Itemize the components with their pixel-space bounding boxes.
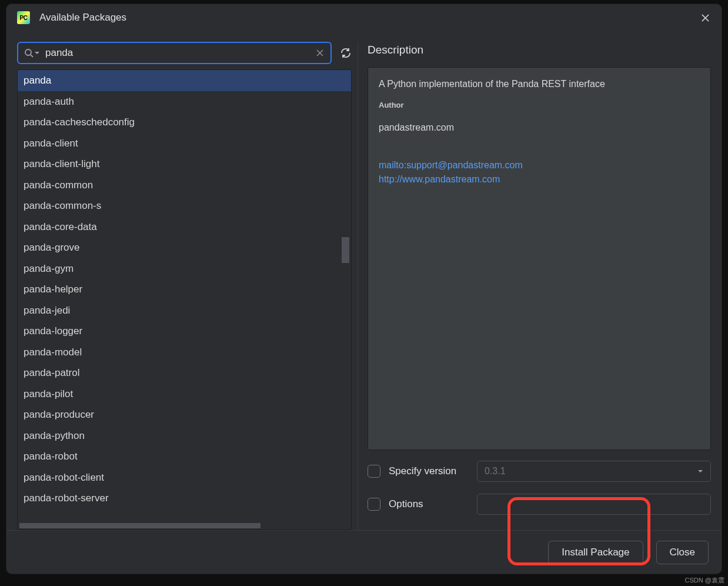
list-item[interactable]: panda-gym [18,258,351,279]
options-input[interactable] [477,494,711,515]
description-link[interactable]: http://www.pandastream.com [379,172,700,187]
search-input[interactable] [39,47,315,59]
list-item[interactable]: panda-common [18,175,351,196]
dialog-content: pandapanda-authpanda-cacheschedconfigpan… [6,31,722,530]
specify-version-label: Specify version [389,465,477,477]
list-item[interactable]: panda-robot [18,446,351,467]
list-item[interactable]: panda-patrol [18,362,351,384]
list-item[interactable]: panda-model [18,342,351,363]
package-list-container: pandapanda-authpanda-cacheschedconfigpan… [17,69,352,530]
description-link[interactable]: mailto:support@pandastream.com [379,158,700,172]
search-icon [24,48,34,58]
options-row: Options [368,494,711,515]
dialog-title: Available Packages [39,12,126,24]
description-box: A Python implementation of the Panda RES… [368,67,711,450]
list-item[interactable]: panda-cacheschedconfig [18,112,351,133]
links-container: mailto:support@pandastream.comhttp://www… [379,158,700,187]
svg-point-0 [25,49,31,55]
specify-version-checkbox[interactable] [368,465,380,478]
author-label: Author [379,99,700,111]
vertical-scrollbar[interactable] [342,237,349,263]
list-item[interactable]: panda-logger [18,321,351,342]
close-button[interactable]: Close [656,541,709,564]
version-value: 0.3.1 [485,466,506,477]
list-item[interactable]: panda-producer [18,404,351,425]
options-checkbox[interactable] [368,498,380,511]
list-item[interactable]: panda-robot-client [18,467,351,488]
list-item[interactable]: panda-auth [18,91,351,112]
list-item[interactable]: panda-client-light [18,154,351,175]
list-item[interactable]: panda-core-data [18,217,351,238]
list-item[interactable]: panda-python [18,425,351,447]
description-heading: Description [368,44,711,56]
pycharm-icon: PC [17,11,30,24]
options-label: Options [389,498,477,510]
list-item[interactable]: panda-pilot [18,384,351,405]
search-dropdown-icon[interactable] [35,51,39,55]
list-item[interactable]: panda-client [18,133,351,154]
package-list[interactable]: pandapanda-authpanda-cacheschedconfigpan… [18,70,351,530]
list-item[interactable]: panda-helper [18,279,351,300]
close-icon [701,14,710,22]
list-item[interactable]: panda-jedi [18,300,351,321]
version-select[interactable]: 0.3.1 [477,461,711,482]
chevron-down-icon [697,468,703,474]
list-item[interactable]: panda-common-s [18,195,351,217]
search-row [17,42,352,64]
controls: Specify version 0.3.1 Options [368,450,711,530]
horizontal-scrollbar[interactable] [19,523,261,528]
author-name: pandastream.com [379,121,700,135]
refresh-icon[interactable] [340,47,352,59]
description-text: A Python implementation of the Panda RES… [379,77,700,91]
right-pane: Description A Python implementation of t… [358,42,711,530]
clear-search-icon[interactable] [315,48,325,58]
list-item[interactable]: panda [18,70,351,91]
dialog-footer: Install Package Close [6,530,722,574]
close-dialog-button[interactable] [697,9,713,26]
watermark: CSDN @袁震 [685,576,724,585]
list-item[interactable]: panda-robot-server [18,488,351,509]
install-package-button[interactable]: Install Package [548,541,643,564]
search-box[interactable] [17,42,332,64]
available-packages-dialog: PC Available Packages pandapanda-a [6,4,722,574]
specify-version-row: Specify version 0.3.1 [368,461,711,482]
title-bar: PC Available Packages [6,4,722,31]
left-pane: pandapanda-authpanda-cacheschedconfigpan… [17,42,358,530]
list-item[interactable]: panda-grove [18,237,351,258]
